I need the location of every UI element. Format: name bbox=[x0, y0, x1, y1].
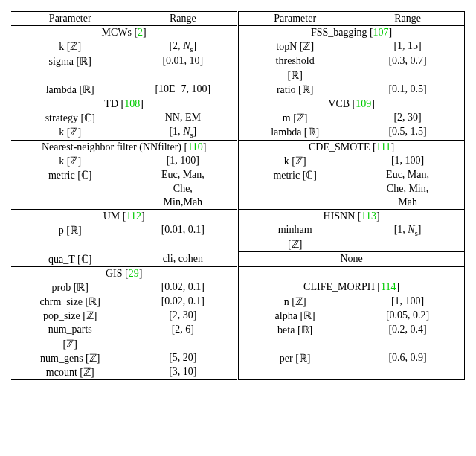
range-cell: [0.02, 0.1] bbox=[129, 295, 237, 309]
col-range-left: Range bbox=[129, 12, 237, 26]
range-cell: [0.1, 0.5] bbox=[351, 83, 464, 97]
table-row: strategy [ℂ] NN, EM m [ℤ] [2, 30] bbox=[11, 111, 465, 125]
section-title-left: UM [112] bbox=[11, 209, 238, 223]
table-row: mcount [ℤ] [3, 10] bbox=[11, 365, 465, 380]
param-cell: beta [ℝ] bbox=[238, 323, 351, 337]
table-row: sigma [ℝ] [0.01, 10] threshold [0.3, 0.7… bbox=[11, 54, 465, 68]
table-row: [ℤ] bbox=[11, 337, 465, 351]
ref-link[interactable]: 2 bbox=[138, 27, 143, 38]
section-heading-row: MCWs [2] FSS_bagging [107] bbox=[11, 26, 465, 40]
range-cell: cli, cohen bbox=[129, 252, 237, 267]
range-cell: [2, 30] bbox=[129, 309, 237, 323]
table-row: num_parts [2, 6] beta [ℝ] [0.2, 0.4] bbox=[11, 323, 465, 337]
range-cell: Che, bbox=[129, 182, 237, 196]
table-row: chrm_size [ℝ] [0.02, 0.1] n [ℤ] [1, 100] bbox=[11, 295, 465, 309]
col-parameter-right: Parameter bbox=[238, 12, 351, 26]
range-cell: [5, 20] bbox=[129, 351, 237, 365]
section-title-right: FSS_bagging [107] bbox=[238, 26, 465, 40]
param-cell: per [ℝ] bbox=[238, 351, 351, 365]
table-header-row: Parameter Range Parameter Range bbox=[11, 12, 465, 26]
range-cell: [0.01, 10] bbox=[129, 54, 237, 68]
param-cell: metric [ℂ] bbox=[238, 168, 351, 182]
ref-link[interactable]: 114 bbox=[381, 281, 396, 292]
param-cell: mcount [ℤ] bbox=[11, 365, 129, 380]
table-row: [ℝ] bbox=[11, 68, 465, 83]
range-cell: Euc, Man, bbox=[351, 168, 464, 182]
range-cell: [1, 100] bbox=[351, 295, 464, 309]
ref-link[interactable]: 107 bbox=[373, 27, 389, 38]
param-cell: num_gens [ℤ] bbox=[11, 351, 129, 365]
section-heading-row: Nearest-neighbor filter (NNfilter) [110]… bbox=[11, 140, 465, 154]
range-cell: [0.01, 0.1] bbox=[129, 223, 237, 238]
param-cell: k [ℤ] bbox=[11, 154, 129, 168]
table-row: prob [ℝ] [0.02, 0.1] CLIFE_MORPH [114] bbox=[11, 280, 465, 295]
section-title-left: TD [108] bbox=[11, 97, 238, 111]
section-heading-row: UM [112] HISNN [113] bbox=[11, 209, 465, 223]
param-cell: threshold bbox=[238, 54, 351, 68]
table-row: metric [ℂ] Euc, Man, metric [ℂ] Euc, Man… bbox=[11, 168, 465, 182]
section-heading-row: TD [108] VCB [109] bbox=[11, 97, 465, 111]
ref-link[interactable]: 113 bbox=[361, 211, 376, 222]
parameter-range-table: Parameter Range Parameter Range MCWs [2]… bbox=[11, 11, 465, 380]
param-cell: num_parts bbox=[11, 323, 129, 337]
section-title-right: None bbox=[238, 252, 465, 267]
param-cell: k [ℤ] bbox=[11, 125, 129, 140]
table-row: k [ℤ] [2, Ns] topN [ℤ] [1, 15] bbox=[11, 39, 465, 54]
table-row: Min,Mah Mah bbox=[11, 196, 465, 210]
ref-link[interactable]: 111 bbox=[376, 141, 391, 152]
range-cell: [1, 100] bbox=[351, 154, 464, 168]
param-cell: strategy [ℂ] bbox=[11, 111, 129, 125]
table-row: k [ℤ] [1, 100] k [ℤ] [1, 100] bbox=[11, 154, 465, 168]
section-title-left: Nearest-neighbor filter (NNfilter) [110] bbox=[11, 140, 238, 154]
range-cell: Min,Mah bbox=[129, 196, 237, 210]
ref-link[interactable]: 29 bbox=[129, 268, 139, 279]
range-cell: [0.3, 0.7] bbox=[351, 54, 464, 68]
param-cell: chrm_size [ℝ] bbox=[11, 295, 129, 309]
range-cell: [1, 100] bbox=[129, 154, 237, 168]
param-cell: k [ℤ] bbox=[238, 154, 351, 168]
param-cell: prob [ℝ] bbox=[11, 280, 129, 295]
table-row: qua_T [ℂ] cli, cohen None bbox=[11, 252, 465, 267]
range-cell: [10E−7, 100] bbox=[129, 83, 237, 97]
range-cell: [0.5, 1.5] bbox=[351, 125, 464, 140]
param-cell: sigma [ℝ] bbox=[11, 54, 129, 68]
section-title-right: CLIFE_MORPH [114] bbox=[238, 280, 465, 295]
section-title-right: VCB [109] bbox=[238, 97, 465, 111]
table-row: lambda [ℝ] [10E−7, 100] ratio [ℝ] [0.1, … bbox=[11, 83, 465, 97]
param-cell: [ℝ] bbox=[238, 68, 351, 83]
param-cell: [ℤ] bbox=[11, 337, 129, 351]
range-cell: [2, Ns] bbox=[129, 39, 237, 54]
table-row: Che, Che, Min, bbox=[11, 182, 465, 196]
param-cell: p [ℝ] bbox=[11, 223, 129, 238]
param-cell: qua_T [ℂ] bbox=[11, 252, 129, 267]
range-cell: Che, Min, bbox=[351, 182, 464, 196]
col-range-right: Range bbox=[351, 12, 464, 26]
section-heading-row: GIS [29] bbox=[11, 266, 465, 280]
param-cell: lambda [ℝ] bbox=[238, 125, 351, 140]
range-cell: [0.2, 0.4] bbox=[351, 323, 464, 337]
param-cell: ratio [ℝ] bbox=[238, 83, 351, 97]
range-cell: Euc, Man, bbox=[129, 168, 237, 182]
range-cell: [3, 10] bbox=[129, 365, 237, 380]
param-cell: [ℤ] bbox=[238, 237, 351, 252]
param-cell: lambda [ℝ] bbox=[11, 83, 129, 97]
ref-link[interactable]: 109 bbox=[356, 98, 371, 109]
ref-link[interactable]: 110 bbox=[187, 141, 202, 152]
range-cell: Mah bbox=[351, 196, 464, 210]
ref-link[interactable]: 112 bbox=[126, 211, 141, 222]
section-title-right: HISNN [113] bbox=[238, 209, 465, 223]
param-cell: metric [ℂ] bbox=[11, 168, 129, 182]
param-cell: alpha [ℝ] bbox=[238, 309, 351, 323]
table-row: num_gens [ℤ] [5, 20] per [ℝ] [0.6, 0.9] bbox=[11, 351, 465, 365]
range-cell: NN, EM bbox=[129, 111, 237, 125]
range-cell: [2, 6] bbox=[129, 323, 237, 337]
param-cell: topN [ℤ] bbox=[238, 39, 351, 54]
col-parameter-left: Parameter bbox=[11, 12, 129, 26]
range-cell: [0.02, 0.1] bbox=[129, 280, 237, 295]
range-cell: [0.05, 0.2] bbox=[351, 309, 464, 323]
table-row: [ℤ] bbox=[11, 237, 465, 252]
range-cell: [1, 15] bbox=[351, 39, 464, 54]
ref-link[interactable]: 108 bbox=[124, 98, 140, 109]
section-title-left: GIS [29] bbox=[11, 266, 238, 280]
param-cell: pop_size [ℤ] bbox=[11, 309, 129, 323]
